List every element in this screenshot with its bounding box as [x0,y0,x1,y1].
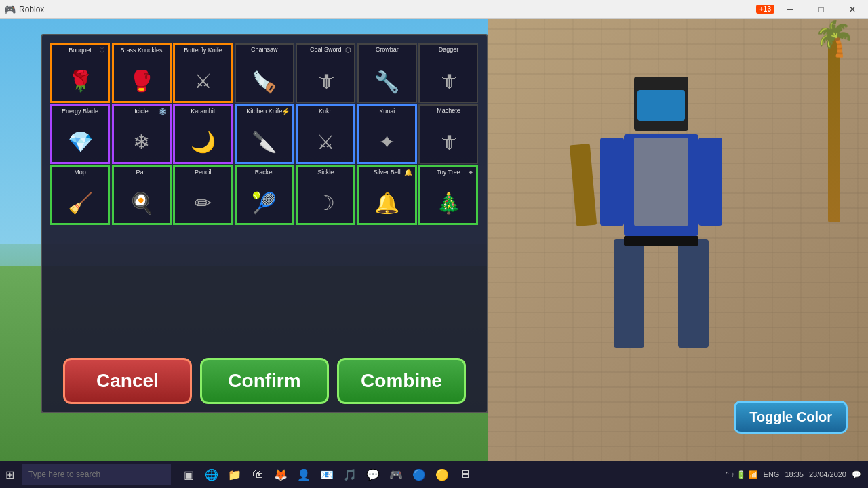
app-icon-8[interactable]: 🟡 [433,465,452,484]
item-name-sickle: Sickle [298,169,353,176]
item-icon-coal-sword: 🗡 [305,61,346,102]
item-kitchen-knife[interactable]: Kitchen Knife 🔪 ⚡ [235,104,294,164]
item-racket[interactable]: Racket 🎾 [235,165,294,225]
combine-button[interactable]: Combine [337,358,466,404]
app-icon-9[interactable]: 🖥 [456,465,475,484]
taskbar-search-input[interactable] [22,464,171,485]
item-indicator-coal-sword: ⬡ [345,46,351,54]
confirm-button[interactable]: Confirm [200,358,329,404]
app-icon-7[interactable]: 🔵 [410,465,429,484]
item-name-chainsaw: Chainsaw [236,46,293,53]
minimize-button[interactable]: ─ [774,0,806,19]
taskbar-pinned-apps: ▣ 🌐 📁 🛍 🦊 👤 📧 🎵 💬 🎮 🔵 🟡 🖥 [174,465,480,484]
item-icon-energy-blade: 💎 [60,121,100,162]
task-view-icon[interactable]: ▣ [179,465,198,484]
item-sickle[interactable]: Sickle ☽ [296,165,355,225]
item-icon-butterfly-knife: ⚔ [182,60,223,101]
cancel-button[interactable]: Cancel [63,358,192,404]
action-buttons: Cancel Confirm Combine [50,358,479,404]
item-pencil[interactable]: Pencil ✏ [173,165,233,225]
item-icicle[interactable]: Icicle ❄ ❄️ [112,104,172,164]
item-icon-brass-knuckles: 🥊 [121,60,162,101]
toggle-color-button[interactable]: Toggle Color [734,401,848,434]
system-tray-icons: ^ ♪ 🔋 📶 [726,470,758,479]
item-kukri[interactable]: Kukri ⚔ [296,104,355,164]
item-chainsaw[interactable]: Chainsaw 🪚 [235,43,294,103]
item-crowbar[interactable]: Crowbar 🔧 [357,43,417,103]
app-icon-6[interactable]: 🎮 [387,465,406,484]
item-indicator-icicle: ❄️ [159,108,167,115]
item-karambit[interactable]: Karambit 🌙 [173,104,233,164]
item-icon-chainsaw: 🪚 [244,61,285,102]
item-brass-knuckles[interactable]: Brass Knuckles 🥊 [112,43,172,103]
item-indicator-toy-tree: ✦ [468,169,473,176]
item-energy-blade[interactable]: Energy Blade 💎 [50,104,110,164]
item-icon-machete: 🗡 [428,122,469,163]
item-icon-sickle: ☽ [305,182,346,223]
item-icon-pan: 🍳 [121,182,162,223]
item-indicator-bouquet: ♡ [99,47,105,54]
maximize-button[interactable]: □ [806,0,837,19]
item-icon-icicle: ❄ [121,121,162,162]
taskbar-system-tray: ^ ♪ 🔋 📶 ENG 18:35 23/04/2020 💬 [726,470,868,479]
app-icon-3[interactable]: 📧 [317,465,336,484]
item-name-mop: Mop [52,169,108,176]
clock-time: 18:35 [785,470,804,479]
close-button[interactable]: ✕ [837,0,868,19]
items-grid: Bouquet 🌹 ♡ Brass Knuckles 🥊 Butterfly K… [50,43,479,225]
app-icon-4[interactable]: 🎵 [340,465,359,484]
app-icon-2[interactable]: 👤 [294,465,313,484]
store-icon[interactable]: 🛍 [248,465,267,484]
item-icon-bouquet: 🌹 [60,60,100,101]
edge-icon[interactable]: 🌐 [202,465,221,484]
item-icon-pencil: ✏ [182,182,223,223]
item-bouquet[interactable]: Bouquet 🌹 ♡ [50,43,110,103]
item-coal-sword[interactable]: Coal Sword 🗡 ⬡ [296,43,355,103]
item-toy-tree[interactable]: Toy Tree 🎄 ✦ [418,165,478,225]
app-icon: 🎮 [0,0,19,19]
clock-date: 23/04/2020 [809,470,846,479]
item-name-energy-blade: Energy Blade [52,108,108,115]
item-mop[interactable]: Mop 🧹 [50,165,110,225]
notification-badge: +13 [756,5,774,14]
item-pan[interactable]: Pan 🍳 [112,165,172,225]
item-machete[interactable]: Machete 🗡 [418,104,478,164]
empty-slots-area [50,225,479,347]
item-icon-silver-bell: 🔔 [367,182,408,223]
item-icon-mop: 🧹 [60,182,100,223]
item-name-machete: Machete [420,107,477,114]
item-name-kunai: Kunai [359,108,415,115]
item-name-butterfly-knife: Butterfly Knife [175,47,231,54]
item-kunai[interactable]: Kunai ✦ [357,104,417,164]
item-name-brass-knuckles: Brass Knuckles [114,47,170,54]
item-name-dagger: Dagger [420,46,477,53]
brick-wall: 🌴 [488,19,868,461]
window-title: Roblox [19,5,752,14]
explorer-icon[interactable]: 📁 [225,465,244,484]
item-icon-racket: 🎾 [244,182,285,223]
item-indicator-kitchen-knife: ⚡ [281,108,290,115]
item-icon-dagger: 🗡 [428,61,469,102]
character-display [542,33,780,426]
titlebar: 🎮 Roblox +13 ─ □ ✕ [0,0,868,19]
taskbar: ⊞ ▣ 🌐 📁 🛍 🦊 👤 📧 🎵 💬 🎮 🔵 🟡 🖥 ^ ♪ 🔋 📶 ENG … [0,461,868,488]
item-name-pan: Pan [114,169,170,176]
item-name-kukri: Kukri [298,108,353,115]
firefox-icon[interactable]: 🦊 [271,465,290,484]
item-name-racket: Racket [237,169,292,176]
item-name-karambit: Karambit [175,108,231,115]
item-dagger[interactable]: Dagger 🗡 [418,43,478,103]
item-name-pencil: Pencil [175,169,231,176]
item-icon-karambit: 🌙 [182,121,223,162]
window-controls: ─ □ ✕ [774,0,868,19]
item-butterfly-knife[interactable]: Butterfly Knife ⚔ [173,43,233,103]
item-icon-toy-tree: 🎄 [428,182,469,223]
windows-start-button[interactable]: ⊞ [0,465,19,484]
item-silver-bell[interactable]: Silver Bell 🔔 🔔 [357,165,417,225]
app-icon-5[interactable]: 💬 [363,465,382,484]
item-icon-kukri: ⚔ [305,121,346,162]
notifications-icon[interactable]: 💬 [852,470,861,479]
palm-tree: 🌴 [814,19,854,222]
language-indicator: ENG [764,470,780,479]
item-icon-kitchen-knife: 🔪 [244,121,285,162]
